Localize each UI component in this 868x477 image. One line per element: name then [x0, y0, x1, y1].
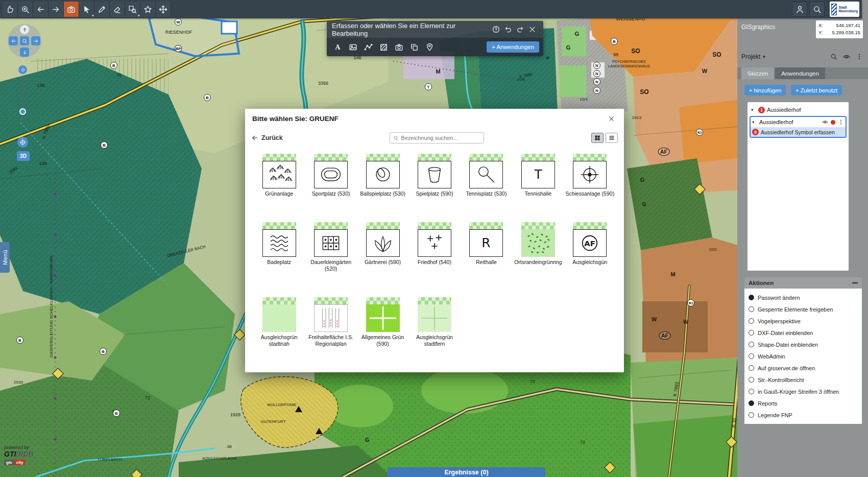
tree-item-root[interactable]: ▾ 1 Aussiedlerhof [750, 105, 847, 115]
tab-anwendungen[interactable]: Anwendungen [775, 67, 825, 79]
symbol-tile[interactable]: Ballspielplatz (530) [360, 154, 405, 197]
symbol-tile[interactable]: Tennisplatz (530) [466, 154, 507, 197]
zoom-slider-track[interactable] [22, 77, 23, 123]
symbol-tile[interactable]: Friedhof (540) [418, 222, 451, 272]
search-icon[interactable] [809, 2, 825, 17]
action-option[interactable]: DXF-Datei einblenden [749, 327, 858, 339]
action-option[interactable]: in Gauß-Krüger Streifen 3 öffnen [749, 386, 858, 397]
user-icon[interactable] [792, 2, 807, 17]
action-option[interactable]: Gesperrte Elemente freigeben [749, 303, 858, 315]
symbol-tile-label: Ausgleichsgrün stadtnah [254, 334, 305, 347]
action-label: Gesperrte Elemente freigeben [758, 306, 833, 313]
symbol-tile[interactable]: Spielplatz (590) [416, 154, 453, 197]
star-icon[interactable] [140, 2, 156, 17]
menu-tab[interactable]: Menü [0, 242, 10, 273]
eraser-icon[interactable] [110, 2, 125, 17]
polyline-tool-icon[interactable] [361, 40, 375, 54]
symbol-tile[interactable]: Grünanlage [262, 154, 296, 197]
list-view-button[interactable] [606, 133, 618, 143]
text-tool-icon[interactable]: A [331, 40, 344, 54]
action-option[interactable]: Reports [749, 397, 858, 409]
move-icon[interactable] [156, 2, 171, 17]
symbol-tile[interactable]: Gärtnerei (590) [365, 222, 401, 272]
symbol-tile[interactable]: Schiessanlage (590) [565, 154, 614, 197]
checker-pattern-icon [366, 154, 400, 161]
edit-toolbar-tools-row: A + Anwendungen [327, 38, 543, 56]
arrow-right-icon[interactable] [49, 2, 64, 17]
projekt-dropdown[interactable]: Projekt [741, 53, 760, 60]
ravensburg-logo-text: Stadt Ravensburg [838, 6, 858, 13]
action-label: WebAdmin [758, 353, 785, 360]
back-button[interactable]: Zurück [251, 134, 283, 141]
symbol-tile[interactable]: Ausgleichsgrün stadtfern [409, 297, 460, 347]
image-tool-icon[interactable] [346, 40, 359, 54]
aktionen-header: Aktionen [744, 277, 862, 289]
photo-tool-icon[interactable] [392, 40, 405, 54]
action-option[interactable]: Shape-Datei einblenden [749, 339, 858, 350]
rotation-reset-button[interactable] [18, 65, 27, 74]
action-option[interactable]: Passwort ändern [749, 292, 858, 303]
locate-button[interactable] [17, 137, 28, 148]
pan-left-button[interactable] [9, 36, 18, 45]
select-tool-icon[interactable] [3, 2, 18, 17]
symbol-search-input[interactable] [401, 135, 480, 141]
symbol-tile-label: Freihaltefläche I.S. Regionalplan [305, 334, 356, 347]
copy-tool-icon[interactable] [407, 40, 421, 54]
tree-item-symbol-erfassen[interactable]: 0 Aussiedlerhof Symbol erfassen [751, 127, 846, 137]
minimize-icon[interactable] [852, 282, 858, 283]
pan-up-button[interactable] [20, 25, 29, 34]
three-d-button[interactable]: 3D [17, 151, 30, 161]
hatch-tool-icon[interactable] [377, 40, 390, 54]
close-icon[interactable] [526, 23, 538, 36]
pan-down-button[interactable] [20, 47, 29, 57]
radio-icon [749, 318, 754, 324]
zoom-in-icon[interactable] [18, 2, 33, 17]
pan-right-button[interactable] [31, 36, 40, 45]
zoom-window-icon[interactable]: ▾ [125, 2, 140, 17]
project-kebab-icon[interactable] [856, 53, 863, 60]
symbol-tile[interactable]: AFAusgleichsgün [572, 222, 607, 272]
project-search-icon[interactable] [830, 53, 837, 60]
action-option[interactable]: Auf gisserver.de öffnen [749, 362, 858, 374]
action-option[interactable]: Str.-Kontrollbericht [749, 374, 858, 386]
symbol-tile[interactable]: Ausgleichsgrün stadtnah [254, 297, 305, 347]
symbol-tile[interactable]: TTennishalle [521, 154, 555, 197]
symbol-tile[interactable]: Sportplatz (530) [312, 154, 350, 197]
project-visibility-icon[interactable] [843, 53, 850, 60]
symbol-tile-graphic [418, 297, 451, 332]
redo-icon[interactable] [514, 23, 526, 36]
action-option[interactable]: Legende FNP [749, 409, 858, 421]
action-option[interactable]: WebAdmin [749, 350, 858, 362]
symbol-tile[interactable]: RReithalle [469, 222, 503, 272]
hinzufuegen-button[interactable]: + hinzufügen [744, 85, 786, 96]
camera-icon[interactable] [64, 2, 79, 17]
dialog-subheader: Zurück [245, 128, 624, 148]
symbol-tile[interactable]: Dauerkleingärten (520) [305, 222, 356, 272]
arrow-left-icon[interactable] [33, 2, 49, 17]
map-compass-control [8, 24, 41, 58]
zoom-center-button[interactable] [20, 36, 29, 45]
app-title: GISgraphics [741, 23, 775, 31]
zoom-slider-handle[interactable] [19, 108, 26, 115]
dialog-close-icon[interactable] [606, 113, 617, 124]
symbol-tool-icon[interactable] [423, 40, 436, 54]
radio-icon [749, 295, 754, 300]
tree-item-group[interactable]: ▾ Aussiedlerhof [751, 117, 846, 127]
symbol-tile[interactable]: Allgemeines Grün (590) [357, 297, 408, 347]
ergebnisse-bar[interactable]: Ergebnisse (0) [388, 467, 545, 477]
symbol-tile[interactable]: Ortsrandeingrünnng [514, 222, 562, 272]
tab-skizzen[interactable]: Skizzen [741, 67, 774, 79]
symbol-tile[interactable]: Freihaltefläche I.S. Regionalplan [305, 297, 356, 347]
help-icon[interactable] [490, 23, 502, 36]
grid-view-button[interactable] [591, 133, 604, 143]
chevron-down-icon: ▾ [751, 107, 756, 112]
pencil-icon[interactable] [94, 2, 110, 17]
kebab-menu-icon[interactable] [838, 119, 844, 125]
visibility-icon[interactable] [822, 119, 828, 125]
symbol-tile[interactable]: Badeplatz [262, 222, 296, 272]
anwendungen-button[interactable]: + Anwendungen [487, 41, 539, 53]
undo-icon[interactable] [502, 23, 514, 36]
pointer-icon[interactable]: ▾ [79, 2, 94, 17]
zuletzt-benutzt-button[interactable]: + Zuletzt benutzt [791, 85, 842, 96]
action-option[interactable]: Vogelperspektive [749, 315, 858, 327]
